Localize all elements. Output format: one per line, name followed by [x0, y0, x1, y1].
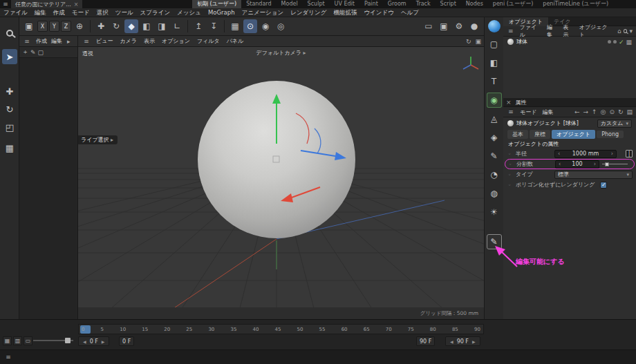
zoom-slider-handle[interactable]	[65, 338, 71, 343]
light-tool-icon[interactable]: ☀	[487, 204, 502, 220]
axis-button[interactable]: X	[37, 21, 48, 32]
layout-tab[interactable]: Nodes	[461, 0, 488, 8]
layout-tab[interactable]: Track	[411, 0, 436, 8]
layout-tab[interactable]: Paint	[359, 0, 383, 8]
layout-tab[interactable]: 初期 (ユーザー)	[192, 0, 241, 8]
panel-menu-icon[interactable]: ≡	[81, 38, 92, 45]
workplane-lock-icon[interactable]: ◨	[155, 19, 169, 33]
arc-tool-icon[interactable]: ◔	[487, 167, 502, 182]
attribute-tab[interactable]: オブジェクト	[552, 130, 595, 139]
menu-item[interactable]: メッシュ	[174, 8, 205, 17]
mesh-tag-icon[interactable]: ▦	[626, 39, 632, 46]
zoom-tool-icon[interactable]	[2, 26, 17, 41]
menu-item[interactable]: モード	[517, 108, 539, 116]
radius-edit-cursor-field[interactable]: |	[626, 150, 633, 157]
axis-button[interactable]: Y	[49, 21, 59, 32]
history-forward-icon[interactable]: →	[581, 108, 590, 115]
menu-item[interactable]: ビュー	[93, 37, 116, 45]
close-icon[interactable]: ×	[506, 99, 512, 106]
frame-back-icon[interactable]: ◀	[82, 339, 88, 344]
segments-slider[interactable]	[602, 160, 628, 169]
layout-rows-icon[interactable]: ▥	[13, 336, 22, 345]
editor-visibility-dot[interactable]	[608, 40, 611, 44]
rectangle-tool-icon[interactable]: ▢	[487, 37, 502, 52]
material-sphere-icon[interactable]: ●	[467, 19, 481, 33]
status-menu-icon[interactable]: ≡	[3, 354, 14, 361]
layout-tab[interactable]: Groom	[383, 0, 411, 8]
spline-pen-icon[interactable]: ✎	[487, 149, 502, 164]
layout-single-icon[interactable]: ▭	[24, 336, 32, 345]
radius-field[interactable]: ‹ 1000 mm ›	[554, 150, 617, 158]
menu-item[interactable]: フィルタ	[194, 37, 223, 45]
menu-item[interactable]: オプション	[158, 37, 194, 45]
menu-item[interactable]: 編集	[49, 37, 64, 45]
home-icon[interactable]: ⌂	[616, 28, 623, 35]
lock-icon[interactable]: ⊙	[608, 108, 616, 115]
menu-item[interactable]: ウインドウ	[360, 8, 398, 17]
shape-icon[interactable]: ▢	[38, 49, 44, 56]
object-row[interactable]: 球体 ✓ ▦	[503, 37, 636, 47]
spin-right-icon[interactable]: ›	[592, 161, 597, 167]
panel-menu-icon[interactable]: ≡	[505, 28, 516, 35]
move-up-icon[interactable]: ↥	[191, 19, 205, 33]
pen-icon[interactable]: ✎	[30, 49, 36, 56]
coordinate-system-icon[interactable]: ⊕	[73, 19, 86, 33]
keyframe-marker[interactable]: ◦	[508, 151, 516, 157]
slider-handle[interactable]	[605, 162, 609, 166]
grid-snap-icon[interactable]: ▦	[228, 19, 242, 33]
history-back-icon[interactable]: ←	[573, 108, 581, 115]
overflow-chevron-icon[interactable]: ▸	[66, 38, 72, 45]
layout-tab[interactable]: Standard	[241, 0, 276, 8]
document-tab[interactable]: 任意の面にマテリア... ×	[11, 0, 82, 8]
globe-tool-icon[interactable]: ◍	[487, 186, 502, 201]
sphere-tool-icon[interactable]: ◉	[487, 93, 502, 108]
menu-item[interactable]: モード	[68, 8, 93, 17]
modeling-settings-icon[interactable]: ◆	[124, 19, 138, 33]
window-menu-icon[interactable]: ≡	[0, 1, 11, 8]
quantize-icon[interactable]: ◉	[259, 19, 272, 33]
axis-button[interactable]: Z	[61, 21, 71, 32]
viewport-canvas[interactable]: 透視 デフォルトカメラ ▸ ライブ選択 ▸ グリッド間隔 : 500 mm	[78, 47, 484, 319]
rotate-tool-icon[interactable]: ↻	[2, 102, 17, 117]
mode-tool-icon[interactable]: ▦	[2, 140, 17, 155]
layout-tab[interactable]: Script	[436, 0, 461, 8]
layout-tab[interactable]: Model	[277, 0, 303, 8]
scale-tool-icon[interactable]: ◰	[2, 119, 17, 135]
range-end-field[interactable]: 90 F	[416, 336, 435, 346]
menu-item[interactable]: 表示	[140, 37, 158, 45]
frame-forward-icon[interactable]: ▶	[100, 339, 106, 344]
layout-grid-icon[interactable]: ▦	[3, 336, 12, 345]
menu-item[interactable]: 作成	[34, 37, 49, 45]
menu-item[interactable]: ツール	[112, 8, 137, 17]
frame-forward-icon[interactable]: ▶	[471, 339, 477, 344]
keyframe-marker[interactable]: ◦	[508, 182, 516, 188]
last-tool-icon[interactable]: ▣	[22, 19, 36, 33]
panel-menu-icon[interactable]: ≡	[505, 108, 516, 115]
text-tool-icon[interactable]: T	[487, 74, 502, 89]
platonic-tool-icon[interactable]: ◈	[487, 130, 502, 145]
render-settings-icon[interactable]: ⚙	[452, 19, 466, 33]
chevron-down-icon[interactable]: ▾	[628, 28, 634, 35]
rotate-gizmo-icon[interactable]: ↻	[109, 19, 123, 33]
interactive-render-icon[interactable]	[488, 20, 501, 32]
render-picture-viewer-icon[interactable]: ▣	[437, 19, 451, 33]
end-frame-stepper[interactable]: ◀ 90 F ▶	[445, 336, 480, 346]
viewport-toggle-icon[interactable]: ▣	[475, 38, 481, 45]
menu-item[interactable]: 作成	[50, 8, 68, 17]
frame-back-icon[interactable]: ◀	[449, 339, 455, 344]
workplane-icon[interactable]: ◧	[140, 19, 153, 33]
snap-enable-icon[interactable]: ⊙	[243, 19, 257, 33]
menu-item[interactable]: 編集	[31, 8, 50, 17]
layout-tab[interactable]: peni (ユーザー)	[488, 0, 538, 8]
move-gizmo-icon[interactable]: ✚	[94, 19, 108, 33]
preset-dropdown[interactable]: カスタム ▾	[597, 119, 632, 128]
attribute-tab[interactable]: 基本	[507, 130, 528, 139]
search-icon[interactable]	[624, 29, 628, 33]
render-view-icon[interactable]: ▭	[422, 19, 436, 33]
current-frame-stepper[interactable]: ◀ 0 F ▶	[78, 336, 109, 346]
keyframe-marker[interactable]: ◦	[508, 172, 516, 178]
menu-item[interactable]: 機能拡張	[330, 8, 360, 17]
axis-modify-icon[interactable]: ∟	[170, 19, 184, 33]
close-icon[interactable]: ×	[74, 1, 79, 8]
panel-menu-icon[interactable]: ≡	[21, 38, 32, 45]
